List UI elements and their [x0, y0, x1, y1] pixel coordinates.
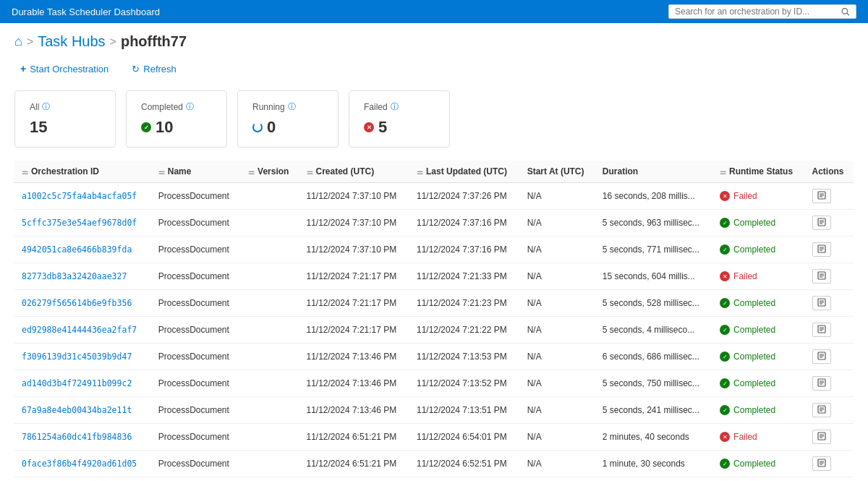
home-icon[interactable]: ⌂ [14, 34, 22, 49]
cell-orch-id[interactable]: 4942051ca8e6466b839fda [14, 237, 151, 263]
status-cell: Failed [720, 432, 797, 442]
cell-duration: 2 minutes, 40 seconds [595, 424, 712, 451]
filter-icon-orch-id[interactable]: ⚌ [22, 168, 28, 176]
col-label-start-at: Start At (UTC) [527, 166, 584, 176]
cell-orch-id[interactable]: 67a9a8e4eb00434ba2e11t [14, 397, 151, 424]
filter-icon-last-updated[interactable]: ⚌ [417, 168, 423, 176]
cell-orch-id[interactable]: f3096139d31c45039b9d47 [14, 344, 151, 370]
stat-card-failed[interactable]: Failed ⓘ 5 [349, 90, 450, 148]
orch-id-link[interactable]: 0face3f86b4f4920ad61d05 [22, 459, 137, 469]
cell-orch-id[interactable]: 5cffc375e3e54aef9678d0f [14, 210, 151, 237]
info-icon-running[interactable]: ⓘ [288, 101, 296, 112]
breadcrumb-current: phoffth77 [121, 33, 187, 50]
table-row: 67a9a8e4eb00434ba2e11t ProcessDocument 1… [14, 397, 854, 424]
cell-version [241, 370, 299, 397]
stat-card-completed[interactable]: Completed ⓘ 10 [126, 90, 227, 148]
cell-name: ProcessDocument [151, 424, 241, 451]
orch-id-link[interactable]: ed92988e41444436ea2faf7 [22, 325, 137, 335]
action-details-button[interactable] [812, 430, 831, 444]
details-icon [817, 244, 826, 253]
cell-created: 11/12/2024 6:51:21 PM [299, 477, 409, 482]
row-status-icon [720, 325, 730, 335]
orch-id-link[interactable]: ad140d3b4f724911b099c2 [22, 378, 132, 388]
cell-name: ProcessDocument [151, 317, 241, 344]
status-label: Failed [733, 271, 757, 281]
orch-id-link[interactable]: 026279f565614b6e9fb356 [22, 298, 132, 308]
actions-cell [812, 430, 847, 444]
orch-id-link[interactable]: a1002c5c75fa4ab4acfa05f [22, 191, 137, 201]
filter-icon-version[interactable]: ⚌ [248, 168, 255, 176]
cell-orch-id[interactable]: a1002c5c75fa4ab4acfa05f [14, 183, 151, 210]
stat-card-running[interactable]: Running ⓘ 0 [237, 90, 339, 148]
cell-actions [805, 370, 854, 397]
breadcrumb: ⌂ > Task Hubs > phoffth77 [14, 23, 854, 57]
table-header-row: ⚌ Orchestration ID ⚌ Name ⚌ Versio [14, 161, 854, 183]
details-icon [817, 298, 826, 307]
cell-duration: 5 seconds, 750 millisec... [595, 370, 712, 397]
col-label-runtime-status: Runtime Status [729, 166, 793, 176]
action-details-button[interactable] [812, 456, 831, 471]
action-details-button[interactable] [812, 189, 831, 203]
search-bar[interactable] [668, 4, 856, 19]
stat-label-completed: Completed ⓘ [141, 101, 212, 112]
toolbar: + Start Orchestration ↻ Refresh [14, 57, 854, 80]
cell-orch-id[interactable]: 026279f565614b6e9fb356 [14, 290, 151, 317]
action-details-button[interactable] [812, 216, 831, 230]
search-input[interactable] [675, 7, 837, 17]
cell-orch-id[interactable]: 7861254a60dc41fb984836 [14, 424, 151, 451]
status-label: Completed [733, 244, 775, 255]
info-icon-failed[interactable]: ⓘ [391, 101, 399, 112]
action-details-button[interactable] [812, 296, 831, 310]
action-details-button[interactable] [812, 349, 831, 364]
cell-orch-id[interactable]: 0face3f86b4f4920ad61d05 [14, 451, 151, 477]
col-label-name: Name [168, 166, 192, 176]
action-details-button[interactable] [812, 376, 831, 391]
cell-status: Completed [712, 477, 804, 482]
cell-name: ProcessDocument [151, 477, 241, 482]
details-icon [817, 191, 826, 200]
cell-duration: 1 minute, 30 seconds [595, 451, 712, 477]
cell-actions [805, 424, 854, 451]
status-cell: Completed [720, 459, 797, 469]
cell-status: Completed [712, 370, 804, 397]
actions-cell [812, 403, 847, 417]
cell-duration: 5 seconds, 528 millisec... [595, 290, 712, 317]
orch-id-link[interactable]: 4942051ca8e6466b839fda [22, 244, 132, 255]
filter-icon-name[interactable]: ⚌ [158, 168, 165, 176]
action-details-button[interactable] [812, 269, 831, 284]
cell-version [241, 183, 299, 210]
orch-id-link[interactable]: 82773db83a32420aae327 [22, 271, 127, 281]
row-status-icon [720, 352, 730, 362]
status-label: Completed [733, 378, 775, 388]
cell-duration: 1 minute, 20 seconds [595, 477, 712, 482]
action-details-button[interactable] [812, 242, 831, 257]
info-icon-completed[interactable]: ⓘ [186, 101, 194, 112]
refresh-button[interactable]: ↻ Refresh [126, 60, 182, 77]
start-orchestration-button[interactable]: + Start Orchestration [14, 60, 114, 77]
stat-card-all[interactable]: All ⓘ 15 [14, 90, 116, 148]
info-icon-all[interactable]: ⓘ [42, 101, 50, 112]
orch-id-link[interactable]: 67a9a8e4eb00434ba2e11t [22, 405, 132, 415]
action-details-button[interactable] [812, 403, 831, 417]
status-label: Completed [733, 298, 775, 308]
cell-actions [805, 290, 854, 317]
cell-orch-id[interactable]: ad140d3b4f724911b099c2 [14, 370, 151, 397]
cell-start-at: N/A [520, 237, 595, 263]
status-cell: Completed [720, 352, 797, 362]
breadcrumb-task-hubs[interactable]: Task Hubs [38, 33, 105, 50]
filter-icon-created[interactable]: ⚌ [307, 168, 313, 176]
row-status-icon [720, 378, 730, 388]
action-details-button[interactable] [812, 323, 831, 337]
orch-id-link[interactable]: f3096139d31c45039b9d47 [22, 352, 132, 362]
orch-id-link[interactable]: 5cffc375e3e54aef9678d0f [22, 218, 137, 228]
refresh-label: Refresh [143, 64, 176, 75]
filter-icon-runtime-status[interactable]: ⚌ [720, 168, 726, 176]
cell-orch-id[interactable]: ed92988e41444436ea2faf7 [14, 317, 151, 344]
row-status-icon [720, 191, 730, 201]
cell-duration: 5 seconds, 963 millisec... [595, 210, 712, 237]
cell-orch-id[interactable]: 1be8d8abf4b24ba790f669 [14, 477, 151, 482]
cell-orch-id[interactable]: 82773db83a32420aae327 [14, 263, 151, 290]
table-row: 5cffc375e3e54aef9678d0f ProcessDocument … [14, 210, 854, 237]
orch-id-link[interactable]: 7861254a60dc41fb984836 [22, 432, 132, 442]
cell-duration: 6 seconds, 686 millisec... [595, 344, 712, 370]
